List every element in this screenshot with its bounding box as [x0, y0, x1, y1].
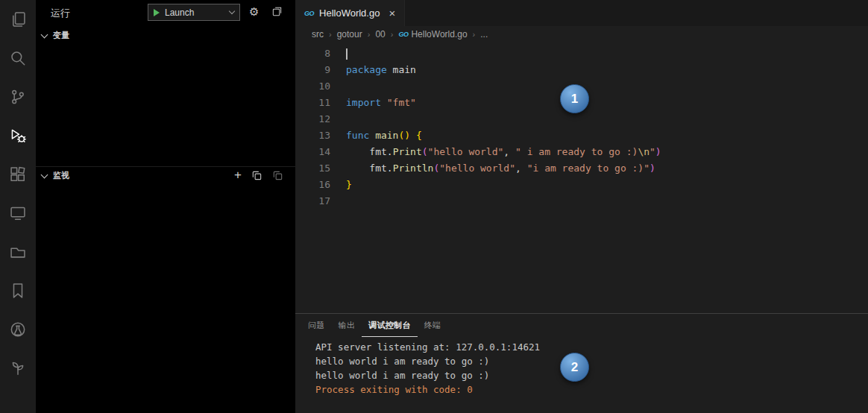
code-editor[interactable]: 89package main1011import "fmt"1213func m… — [295, 42, 868, 313]
source-control-icon[interactable] — [0, 78, 36, 116]
code-line[interactable]: 15 fmt.Println("hello world", "i am read… — [295, 160, 868, 177]
breadcrumb-item[interactable]: GOHelloWorld.go — [398, 29, 467, 40]
code-line[interactable]: 13func main() { — [295, 127, 868, 144]
code-text: func main() { — [330, 127, 422, 144]
code-text: fmt.Print("hello world", " i am ready to… — [330, 144, 661, 160]
search-icon[interactable] — [0, 39, 36, 78]
code-line[interactable]: 9package main — [295, 62, 868, 78]
go-file-icon: GO — [304, 10, 314, 17]
breadcrumb-separator: › — [368, 30, 371, 39]
console-line: hello world i am ready to go :) — [315, 354, 868, 368]
bookmarks-icon[interactable] — [0, 271, 36, 310]
open-debug-console-icon[interactable] — [271, 6, 283, 21]
variables-section-header[interactable]: 变量 — [36, 27, 295, 43]
line-number: 12 — [295, 111, 330, 127]
line-number: 16 — [295, 177, 330, 193]
breadcrumb-item[interactable]: 00 — [375, 29, 385, 40]
panel-tab-debug-console[interactable]: 调试控制台 — [362, 314, 418, 337]
line-number: 8 — [295, 45, 330, 62]
breadcrumb: src›gotour›00›GOHelloWorld.go›... — [295, 26, 868, 42]
containers-icon[interactable] — [0, 233, 36, 271]
collapse-all-icon[interactable] — [272, 170, 283, 181]
launch-config-label: Launch — [165, 7, 224, 18]
line-number: 17 — [295, 193, 330, 209]
code-line[interactable]: 16} — [295, 177, 868, 193]
breadcrumb-item[interactable]: src — [312, 29, 324, 40]
launch-config-dropdown[interactable]: Launch — [148, 4, 240, 21]
explorer-icon[interactable] — [0, 0, 36, 39]
breadcrumb-item[interactable]: ... — [480, 29, 488, 40]
run-debug-icon[interactable] — [0, 116, 36, 155]
activity-bar — [0, 0, 36, 413]
console-line: API server listening at: 127.0.0.1:14621 — [315, 340, 868, 354]
code-text: } — [330, 177, 352, 193]
start-debugging-icon[interactable] — [154, 9, 160, 16]
watch-section-actions: + — [234, 170, 295, 181]
code-line[interactable]: 8 — [295, 45, 868, 62]
console-line: hello world i am ready to go :) — [315, 368, 868, 382]
text-cursor — [346, 48, 347, 60]
line-number: 10 — [295, 78, 330, 95]
breadcrumb-separator: › — [473, 30, 476, 39]
line-number: 9 — [295, 62, 330, 78]
code-text: fmt.Println("hello world", "i am ready t… — [330, 160, 655, 177]
code-text — [330, 193, 346, 209]
annotation-badge-2: 2 — [560, 353, 589, 382]
breadcrumb-item[interactable]: gotour — [337, 29, 362, 40]
panel-tabs: 问题输出调试控制台终端 — [295, 314, 868, 337]
tab-label: HelloWorld.go — [319, 7, 380, 19]
remote-explorer-icon[interactable] — [0, 194, 36, 233]
code-text — [330, 78, 346, 95]
annotation-badge-1: 1 — [560, 84, 589, 113]
vscode-window: 运行 Launch ⚙ 变量 监视 + — [0, 0, 868, 413]
panel-tab-problems[interactable]: 问题 — [301, 314, 332, 337]
watch-section-header[interactable]: 监视 + — [36, 166, 295, 183]
sidebar-title: 运行 — [51, 7, 70, 20]
extensions-icon[interactable] — [0, 155, 36, 194]
sidebar-header: 运行 Launch ⚙ — [36, 0, 295, 25]
code-line[interactable]: 17 — [295, 193, 868, 209]
code-text — [330, 111, 346, 127]
outline-icon[interactable] — [0, 349, 36, 388]
test-explorer-icon[interactable] — [0, 310, 36, 349]
go-file-icon: GO — [398, 31, 408, 38]
chevron-down-icon — [229, 8, 235, 14]
code-line[interactable]: 12 — [295, 111, 868, 127]
line-number: 14 — [295, 144, 330, 160]
run-debug-sidebar: 运行 Launch ⚙ 变量 监视 + — [36, 0, 295, 413]
watch-section-label: 监视 — [53, 170, 69, 181]
panel-tab-output[interactable]: 输出 — [332, 314, 362, 337]
line-number: 13 — [295, 127, 330, 144]
panel-tab-terminal[interactable]: 终端 — [418, 314, 448, 337]
code-text: import "fmt" — [330, 95, 416, 111]
line-number: 15 — [295, 160, 330, 177]
code-text: package main — [330, 62, 416, 78]
close-tab-icon[interactable]: × — [389, 7, 395, 19]
line-number: 11 — [295, 95, 330, 111]
variables-section-label: 变量 — [53, 30, 69, 41]
editor-area: GO HelloWorld.go × src›gotour›00›GOHello… — [295, 0, 868, 413]
gear-icon[interactable]: ⚙ — [249, 4, 259, 19]
chevron-down-icon — [41, 31, 48, 38]
console-line: Process exiting with code: 0 — [315, 382, 868, 397]
add-watch-expression-icon[interactable]: + — [234, 170, 242, 180]
code-text — [330, 45, 347, 62]
breadcrumb-separator: › — [391, 30, 394, 39]
editor-tabbar: GO HelloWorld.go × — [295, 0, 868, 26]
tab-helloworld-go[interactable]: GO HelloWorld.go × — [295, 0, 405, 26]
breadcrumb-separator: › — [329, 30, 332, 39]
code-line[interactable]: 14 fmt.Print("hello world", " i am ready… — [295, 144, 868, 160]
copy-icon[interactable] — [251, 170, 262, 181]
chevron-down-icon — [41, 171, 48, 178]
